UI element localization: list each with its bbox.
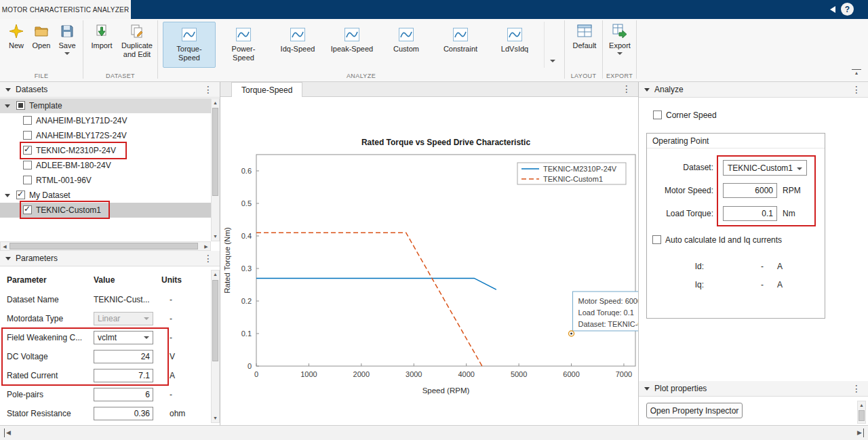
dataset-item[interactable]: RTML-001-96V xyxy=(0,173,212,188)
column-parameter: Parameter xyxy=(7,275,47,285)
save-button[interactable]: Save xyxy=(55,23,79,55)
wave-chart-icon xyxy=(344,26,360,43)
dataset-item-teknic-custom1[interactable]: TEKNIC-Custom1 xyxy=(0,203,212,218)
series-line[interactable] xyxy=(256,278,496,289)
datasets-horizontal-scrollbar[interactable]: ◀ ▶ xyxy=(0,241,211,251)
column-units: Units xyxy=(161,275,182,285)
default-layout-button[interactable]: Default xyxy=(569,23,600,50)
panel-menu-icon[interactable]: ⋮ xyxy=(852,383,861,394)
pole-pairs-input[interactable] xyxy=(94,388,153,401)
save-dropdown-icon[interactable] xyxy=(64,52,70,55)
panel-menu-icon[interactable]: ⋮ xyxy=(203,253,213,264)
collapse-arrow-icon[interactable] xyxy=(830,6,835,13)
scroll-down-icon[interactable]: ▼ xyxy=(212,414,219,422)
scroll-left-icon[interactable]: ◀ xyxy=(1,242,9,251)
chart-area: 0100020003000400050006000700000.10.20.30… xyxy=(220,97,638,425)
plot-properties-header[interactable]: Plot properties ⋮ xyxy=(639,381,868,397)
export-dropdown-icon[interactable] xyxy=(617,52,623,55)
dataset-item-teknic-m2310p[interactable]: TEKNIC-M2310P-24V xyxy=(0,143,212,158)
dataset-dropdown[interactable]: TEKNIC-Custom1 xyxy=(723,160,807,176)
dataset-group-template[interactable]: Template xyxy=(0,98,212,113)
collapse-left-panel-icon[interactable]: ◀ xyxy=(4,428,11,437)
analyze-header[interactable]: Analyze ⋮ xyxy=(639,82,868,98)
duplicate-and-edit-button[interactable]: Duplicate and Edit xyxy=(118,23,156,58)
expander-icon[interactable] xyxy=(5,194,10,197)
import-button[interactable]: Import xyxy=(87,23,117,50)
param-row-pole-pairs: Pole-pairs - xyxy=(0,385,212,404)
open-button[interactable]: Open xyxy=(29,23,54,50)
scroll-thumb[interactable] xyxy=(212,280,218,361)
datasets-panel: Datasets ⋮ Template ANAHEIM-BLY171D-24V … xyxy=(0,82,220,251)
id-row: Id: - A xyxy=(647,260,825,273)
dataset-item[interactable]: ANAHEIM-BLY172S-24V xyxy=(0,128,212,143)
iq-row: Iq: - A xyxy=(647,278,825,292)
collapse-toolstrip-icon[interactable]: ▴ xyxy=(852,69,861,76)
corner-speed-checkbox[interactable] xyxy=(653,111,662,119)
chevron-down-icon xyxy=(797,167,802,170)
svg-text:2000: 2000 xyxy=(353,370,370,378)
analyze-button-label: Custom xyxy=(393,45,419,54)
field-weakening-dropdown[interactable]: vclmt xyxy=(94,331,153,344)
datasets-vertical-scrollbar[interactable]: ▲ ▼ xyxy=(211,98,220,241)
dataset-checkbox[interactable] xyxy=(23,205,32,214)
collapse-arrow-icon xyxy=(644,88,650,92)
analyze-constraint-button[interactable]: Constraint xyxy=(434,22,487,68)
dataset-checkbox[interactable] xyxy=(23,146,32,155)
panel-menu-icon[interactable]: ⋮ xyxy=(622,83,631,94)
auto-calc-checkbox-row[interactable]: Auto calculate Id and Iq currents xyxy=(652,235,782,245)
series-line[interactable] xyxy=(256,233,482,366)
dataset-checkbox[interactable] xyxy=(23,176,32,184)
dataset-checkbox[interactable] xyxy=(23,131,32,140)
plot-properties-title: Plot properties xyxy=(654,384,707,393)
tab-torque-speed[interactable]: Torque-Speed xyxy=(231,82,302,97)
new-button[interactable]: New xyxy=(4,23,28,50)
scroll-down-icon[interactable]: ▼ xyxy=(212,233,219,241)
dataset-item[interactable]: ANAHEIM-BLY171D-24V xyxy=(0,113,212,128)
collapse-right-panel-icon[interactable]: ▶ xyxy=(857,428,864,437)
analyze-custom-button[interactable]: Custom xyxy=(380,22,433,68)
analyze-ipeak-speed-button[interactable]: Ipeak-Speed xyxy=(326,22,378,68)
my-dataset-checkbox[interactable] xyxy=(16,191,25,199)
analyze-idq-speed-button[interactable]: Idq-Speed xyxy=(271,22,324,68)
rated-current-input[interactable] xyxy=(94,369,153,382)
torque-speed-chart[interactable]: 0100020003000400050006000700000.10.20.30… xyxy=(220,97,638,425)
export-button[interactable]: Export xyxy=(604,23,635,55)
scroll-thumb[interactable] xyxy=(212,108,218,196)
parameters-header[interactable]: Parameters ⋮ xyxy=(0,251,220,266)
template-checkbox[interactable] xyxy=(16,101,25,110)
load-torque-input[interactable] xyxy=(723,206,777,221)
datasets-header[interactable]: Datasets ⋮ xyxy=(0,82,220,98)
auto-calc-checkbox[interactable] xyxy=(652,235,661,244)
analyze-torque-speed-button[interactable]: Torque-Speed xyxy=(163,22,216,68)
dataset-checkbox[interactable] xyxy=(23,161,32,169)
import-icon xyxy=(94,23,110,39)
scroll-thumb[interactable] xyxy=(859,410,865,421)
scroll-thumb[interactable] xyxy=(9,243,198,249)
gallery-dropdown-button[interactable] xyxy=(544,22,560,68)
wave-chart-icon xyxy=(452,26,469,43)
analyze-ldvsidq-button[interactable]: LdVsIdq xyxy=(488,22,541,68)
panel-menu-icon[interactable]: ⋮ xyxy=(852,84,861,95)
scroll-up-icon[interactable]: ▲ xyxy=(212,99,219,107)
scroll-up-icon[interactable]: ▲ xyxy=(858,401,865,409)
motor-speed-input[interactable] xyxy=(723,183,777,198)
parameters-vertical-scrollbar[interactable]: ▲ ▼ xyxy=(211,270,220,423)
divider xyxy=(602,20,603,79)
dataset-item[interactable]: ADLEE-BM-180-24V xyxy=(0,158,212,173)
corner-speed-checkbox-row[interactable]: Corner Speed xyxy=(653,111,717,120)
plot-properties-scrollbar[interactable]: ▲ xyxy=(857,401,866,424)
scroll-right-icon[interactable]: ▶ xyxy=(202,242,210,251)
open-property-inspector-button[interactable]: Open Property Inspector xyxy=(646,403,743,418)
analyze-power-speed-button[interactable]: Power-Speed xyxy=(217,22,270,68)
dataset-group-my-dataset[interactable]: My Dataset xyxy=(0,188,212,203)
help-button[interactable]: ? xyxy=(841,3,854,16)
duplicate-edit-label: Duplicate and Edit xyxy=(118,41,156,58)
expander-icon[interactable] xyxy=(5,104,10,108)
stator-resistance-input[interactable] xyxy=(94,407,153,420)
scroll-up-icon[interactable]: ▲ xyxy=(212,271,219,279)
dc-voltage-input[interactable] xyxy=(94,350,153,363)
dataset-checkbox[interactable] xyxy=(23,116,32,125)
datatip-line: Load Toruqe: 0.1 xyxy=(578,308,634,317)
app-tab[interactable]: MOTOR CHARACTERISTIC ANALYZER xyxy=(0,0,131,19)
panel-menu-icon[interactable]: ⋮ xyxy=(203,84,213,95)
